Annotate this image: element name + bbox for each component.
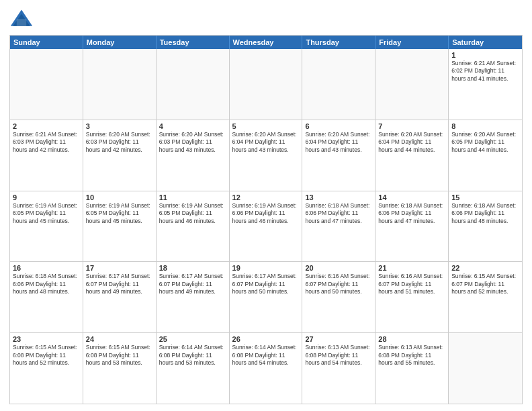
day-cell: 6Sunrise: 6:20 AM Sunset: 6:04 PM Daylig… [302,120,375,191]
day-cell: 8Sunrise: 6:20 AM Sunset: 6:05 PM Daylig… [449,120,522,191]
day-cell: 24Sunrise: 6:15 AM Sunset: 6:08 PM Dayli… [83,333,157,404]
day-info: Sunrise: 6:21 AM Sunset: 6:02 PM Dayligh… [451,60,519,83]
day-cell: 7Sunrise: 6:20 AM Sunset: 6:04 PM Daylig… [375,120,449,191]
day-cell [10,49,83,120]
day-cell: 17Sunrise: 6:17 AM Sunset: 6:07 PM Dayli… [83,262,157,332]
day-info: Sunrise: 6:19 AM Sunset: 6:06 PM Dayligh… [232,202,300,225]
day-number: 1 [451,51,519,59]
day-number: 11 [159,193,226,201]
day-number: 18 [159,264,226,272]
day-info: Sunrise: 6:18 AM Sunset: 6:06 PM Dayligh… [305,202,372,225]
day-header-wednesday: Wednesday [230,36,303,49]
svg-rect-2 [17,19,26,26]
day-cell [375,49,449,120]
day-cell: 11Sunrise: 6:19 AM Sunset: 6:05 PM Dayli… [157,191,230,262]
day-info: Sunrise: 6:19 AM Sunset: 6:05 PM Dayligh… [13,202,80,225]
day-number: 27 [305,335,372,343]
day-cell: 12Sunrise: 6:19 AM Sunset: 6:06 PM Dayli… [230,191,303,262]
day-info: Sunrise: 6:17 AM Sunset: 6:07 PM Dayligh… [86,273,153,295]
day-info: Sunrise: 6:18 AM Sunset: 6:06 PM Dayligh… [13,273,80,295]
day-cell: 20Sunrise: 6:16 AM Sunset: 6:07 PM Dayli… [302,262,375,332]
day-cell: 16Sunrise: 6:18 AM Sunset: 6:06 PM Dayli… [10,262,83,332]
day-cell: 14Sunrise: 6:18 AM Sunset: 6:06 PM Dayli… [375,191,449,262]
week-row: 16Sunrise: 6:18 AM Sunset: 6:06 PM Dayli… [10,261,522,332]
day-headers: SundayMondayTuesdayWednesdayThursdayFrid… [10,36,522,49]
page: SundayMondayTuesdayWednesdayThursdayFrid… [0,0,532,411]
day-cell: 21Sunrise: 6:16 AM Sunset: 6:07 PM Dayli… [375,262,449,332]
day-cell [157,49,230,120]
day-header-thursday: Thursday [302,36,375,49]
day-cell: 3Sunrise: 6:20 AM Sunset: 6:03 PM Daylig… [83,120,157,191]
day-number: 3 [86,122,153,130]
day-cell: 2Sunrise: 6:21 AM Sunset: 6:03 PM Daylig… [10,120,83,191]
day-cell [302,49,375,120]
day-info: Sunrise: 6:20 AM Sunset: 6:04 PM Dayligh… [232,131,300,154]
week-row: 9Sunrise: 6:19 AM Sunset: 6:05 PM Daylig… [10,191,522,262]
day-info: Sunrise: 6:20 AM Sunset: 6:03 PM Dayligh… [86,131,153,154]
day-info: Sunrise: 6:20 AM Sunset: 6:05 PM Dayligh… [451,131,519,154]
day-info: Sunrise: 6:17 AM Sunset: 6:07 PM Dayligh… [232,273,300,295]
day-cell: 19Sunrise: 6:17 AM Sunset: 6:07 PM Dayli… [230,262,303,332]
day-number: 19 [232,264,300,272]
day-info: Sunrise: 6:17 AM Sunset: 6:07 PM Dayligh… [159,273,226,295]
day-cell: 27Sunrise: 6:13 AM Sunset: 6:08 PM Dayli… [302,333,375,404]
day-cell: 10Sunrise: 6:19 AM Sunset: 6:05 PM Dayli… [83,191,157,262]
day-number: 2 [13,122,80,130]
day-cell: 18Sunrise: 6:17 AM Sunset: 6:07 PM Dayli… [157,262,230,332]
day-info: Sunrise: 6:20 AM Sunset: 6:04 PM Dayligh… [378,131,445,154]
day-info: Sunrise: 6:20 AM Sunset: 6:04 PM Dayligh… [305,131,372,154]
day-header-sunday: Sunday [10,36,83,49]
day-number: 7 [378,122,445,130]
day-number: 23 [13,335,80,343]
day-number: 24 [86,335,153,343]
logo-icon [9,7,34,31]
day-number: 8 [451,122,519,130]
logo [9,7,36,31]
day-number: 5 [232,122,300,130]
day-info: Sunrise: 6:14 AM Sunset: 6:08 PM Dayligh… [159,344,226,367]
day-number: 12 [232,193,300,201]
day-info: Sunrise: 6:16 AM Sunset: 6:07 PM Dayligh… [305,273,372,295]
day-number: 14 [378,193,445,201]
calendar: SundayMondayTuesdayWednesdayThursdayFrid… [9,35,523,404]
day-number: 10 [86,193,153,201]
day-cell [230,49,303,120]
day-number: 4 [159,122,226,130]
day-cell: 22Sunrise: 6:15 AM Sunset: 6:07 PM Dayli… [449,262,522,332]
day-header-friday: Friday [375,36,449,49]
header [9,7,523,31]
day-info: Sunrise: 6:18 AM Sunset: 6:06 PM Dayligh… [378,202,445,225]
day-info: Sunrise: 6:13 AM Sunset: 6:08 PM Dayligh… [305,344,372,367]
day-info: Sunrise: 6:13 AM Sunset: 6:08 PM Dayligh… [378,344,445,367]
day-number: 28 [378,335,445,343]
day-cell: 25Sunrise: 6:14 AM Sunset: 6:08 PM Dayli… [157,333,230,404]
day-info: Sunrise: 6:20 AM Sunset: 6:03 PM Dayligh… [159,131,226,154]
day-cell: 4Sunrise: 6:20 AM Sunset: 6:03 PM Daylig… [157,120,230,191]
day-cell: 13Sunrise: 6:18 AM Sunset: 6:06 PM Dayli… [302,191,375,262]
day-cell: 26Sunrise: 6:14 AM Sunset: 6:08 PM Dayli… [230,333,303,404]
day-header-saturday: Saturday [449,36,522,49]
day-cell: 23Sunrise: 6:15 AM Sunset: 6:08 PM Dayli… [10,333,83,404]
day-number: 17 [86,264,153,272]
day-number: 21 [378,264,445,272]
day-number: 16 [13,264,80,272]
day-cell [83,49,157,120]
day-header-tuesday: Tuesday [157,36,230,49]
day-info: Sunrise: 6:16 AM Sunset: 6:07 PM Dayligh… [378,273,445,295]
day-header-monday: Monday [83,36,157,49]
day-cell: 9Sunrise: 6:19 AM Sunset: 6:05 PM Daylig… [10,191,83,262]
day-info: Sunrise: 6:15 AM Sunset: 6:08 PM Dayligh… [13,344,80,367]
day-number: 9 [13,193,80,201]
weeks: 1Sunrise: 6:21 AM Sunset: 6:02 PM Daylig… [10,49,522,404]
day-cell: 1Sunrise: 6:21 AM Sunset: 6:02 PM Daylig… [449,49,522,120]
day-number: 25 [159,335,226,343]
day-number: 22 [451,264,519,272]
day-number: 13 [305,193,372,201]
day-number: 20 [305,264,372,272]
day-cell: 5Sunrise: 6:20 AM Sunset: 6:04 PM Daylig… [230,120,303,191]
day-info: Sunrise: 6:19 AM Sunset: 6:05 PM Dayligh… [86,202,153,225]
day-info: Sunrise: 6:15 AM Sunset: 6:07 PM Dayligh… [451,273,519,295]
day-cell [449,333,522,404]
day-cell: 15Sunrise: 6:18 AM Sunset: 6:06 PM Dayli… [449,191,522,262]
day-info: Sunrise: 6:14 AM Sunset: 6:08 PM Dayligh… [232,344,300,367]
